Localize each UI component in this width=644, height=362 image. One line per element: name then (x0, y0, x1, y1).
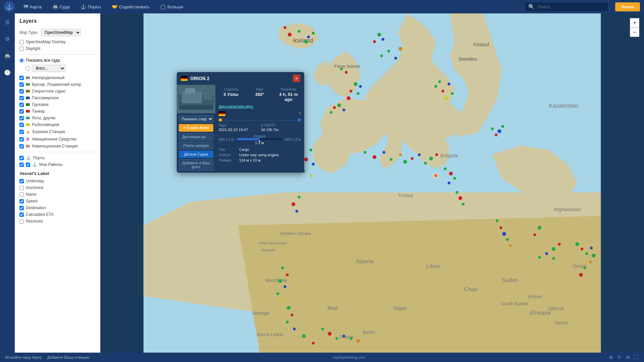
label-anchored-check[interactable] (19, 186, 24, 190)
type-tanker: Танкер (19, 109, 96, 114)
svg-point-113 (592, 254, 595, 257)
type-passenger-check[interactable] (19, 96, 24, 100)
label-name-label: Name (26, 192, 37, 197)
svg-text:Algeria: Algeria (356, 258, 373, 264)
popup-ports-visited-button[interactable]: Порты заходов (179, 142, 213, 149)
type-cargo-check[interactable] (19, 103, 24, 107)
popup-close-button[interactable]: × (293, 75, 300, 82)
svg-text:Mali: Mali (327, 305, 338, 311)
type-tug-check[interactable] (19, 82, 24, 87)
type-aviation-check[interactable] (19, 137, 24, 141)
overlay-daylight-checkbox[interactable] (19, 47, 24, 51)
type-fishing-check[interactable] (19, 123, 24, 127)
extras-myareas-check1[interactable] (19, 163, 24, 167)
type-tanker-label: Танкер (32, 109, 45, 114)
extras-ports-check[interactable] (19, 156, 24, 160)
svg-point-40 (434, 85, 437, 88)
zoom-out-button[interactable]: − (630, 27, 639, 37)
route-end-dot (298, 118, 301, 122)
search-input[interactable] (538, 4, 605, 9)
type-tanker-check[interactable] (19, 109, 24, 114)
stat-speed: Скорость 0 Узлы (219, 87, 244, 102)
sidebar-ship-icon[interactable]: 🚢 (2, 50, 13, 61)
type-tug-label: Буксир, Лоцманский катер (32, 82, 81, 87)
nav-map[interactable]: 🗺 Карта (21, 4, 44, 9)
footer-fullscreen-icon[interactable]: ⛶ (634, 355, 639, 360)
label-received-check[interactable] (19, 219, 24, 224)
type-fishing: Рыболовецкое (19, 122, 96, 127)
map-area[interactable]: Iceland Faroe Islands Sweden Finland Alg… (100, 13, 644, 362)
label-underway-check[interactable] (19, 179, 24, 183)
sidebar-layers-icon[interactable]: ☰ (2, 17, 13, 27)
map-type-select[interactable]: OpenStreetMap (41, 29, 81, 36)
footer-flag-icon[interactable]: 🏳 (617, 355, 622, 360)
route-dash (223, 120, 296, 120)
stat-speed-label: Скорость (219, 87, 244, 91)
popup-distance-button[interactable]: Дистанция до ... (179, 133, 213, 140)
sidebar-history-icon[interactable]: 🕐 (2, 67, 13, 78)
nav-vessels[interactable]: 🚢 Суда (50, 4, 72, 9)
footer-station-link[interactable]: Добавьте Вашу станцию (47, 355, 89, 359)
svg-point-109 (575, 242, 579, 246)
extras-myareas-check2[interactable] (26, 163, 30, 167)
type-navstation-label: Навигационная Станция (32, 144, 78, 148)
svg-point-65 (435, 153, 438, 156)
type-base-check[interactable] (19, 130, 24, 134)
svg-point-69 (506, 238, 509, 241)
popup-in-port-value: 3d 19h 7m (261, 128, 301, 132)
type-aviation: ✻ Авиационные Средство (19, 136, 96, 142)
svg-point-56 (373, 155, 376, 159)
type-navstation: Навигационная Станция (19, 144, 96, 148)
popup-left-panel: Показать след ✦ Create Alerts Дистанция … (177, 85, 215, 173)
popup-draught-max: MAX 2.3 м (285, 138, 301, 141)
sidebar-filter-icon[interactable]: ⚙ (2, 34, 13, 44)
fleet-radio[interactable] (25, 66, 30, 71)
svg-text:Tunisia: Tunisia (398, 193, 413, 198)
popup-dest-name: BRANDENBURG (219, 105, 301, 110)
label-anchored: Anchored (19, 185, 96, 190)
footer-embed-link[interactable]: Вcтройте нашу Карту (5, 355, 42, 359)
fleet-select[interactable]: Флот... (32, 65, 65, 72)
label-underway: Underway (19, 179, 96, 183)
type-yacht-check[interactable] (19, 116, 24, 120)
svg-point-85 (290, 313, 293, 316)
nav-ports[interactable]: ⚓ Порты (78, 4, 103, 9)
popup-help-icon[interactable]: ? (298, 111, 301, 116)
type-aviation-label: Авиационные Средство (32, 137, 76, 141)
popup-track-select[interactable]: Показать след (179, 115, 213, 123)
svg-point-115 (583, 266, 586, 269)
show-all-radio[interactable] (19, 58, 24, 63)
svg-point-60 (403, 160, 407, 164)
svg-text:Kazakhstan: Kazakhstan (549, 103, 579, 109)
svg-point-99 (455, 191, 458, 194)
popup-in-port: В ПОРТУ 3d 19h 7m (261, 124, 301, 132)
popup-add-fleet-button[interactable]: Добавьте в Ваш флот (179, 159, 213, 171)
svg-point-110 (581, 247, 583, 250)
footer-settings-icon[interactable]: ⚙ (609, 355, 613, 360)
vessel-icon: 🚢 (52, 4, 58, 9)
type-highspeed-check[interactable] (19, 89, 24, 94)
popup-alert-button[interactable]: ✦ Create Alerts (179, 124, 213, 132)
login-button[interactable]: Логин (615, 2, 640, 11)
svg-point-96 (342, 335, 345, 337)
popup-info-type: Тип Cargo (219, 147, 301, 152)
popup-vessel-details-button[interactable]: Детали Судна (179, 150, 213, 158)
label-speed-check[interactable] (19, 199, 24, 203)
route-start-dot (219, 118, 222, 122)
type-unknown-check[interactable] (19, 76, 24, 80)
nav-more[interactable]: ◯ Больше (158, 4, 185, 9)
ship-popup: ORION 2 × (177, 72, 304, 173)
svg-text:Sierra Leone: Sierra Leone (257, 332, 284, 337)
myareas-anchor-icon: ⚓ (32, 162, 37, 167)
label-eta-check[interactable] (19, 213, 24, 217)
type-navstation-check[interactable] (19, 144, 24, 148)
label-name-check[interactable] (19, 192, 24, 197)
overlay-openseamap-checkbox[interactable] (19, 40, 24, 44)
svg-point-42 (447, 83, 450, 85)
nav-cooperate[interactable]: 🤝 Содействовать (110, 4, 152, 9)
type-base: ▲ Базовая Станция (19, 129, 96, 134)
label-destination-check[interactable] (19, 206, 24, 210)
svg-point-104 (382, 38, 384, 41)
zoom-in-button[interactable]: + (630, 18, 639, 27)
footer-mail-icon[interactable]: ✉ (626, 355, 630, 360)
